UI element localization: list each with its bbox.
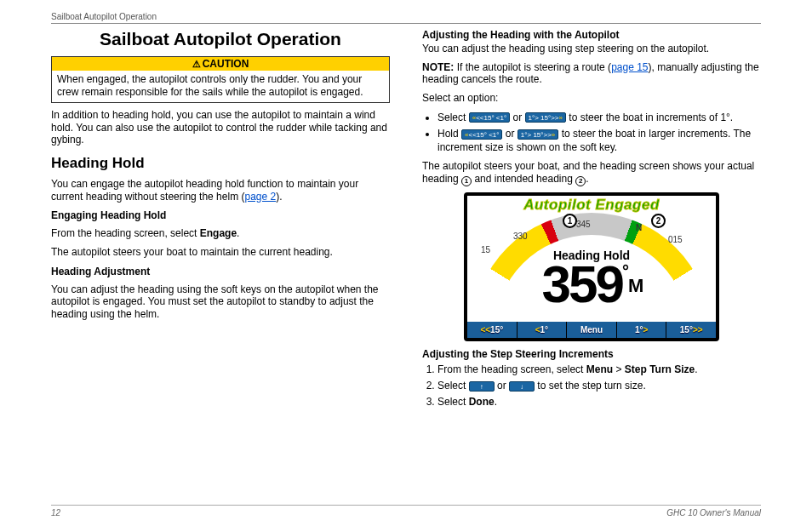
- step-2: Select ↑ or ↓ to set the step turn size.: [437, 379, 761, 393]
- option-list: Select <<15° <1° or 1°> 15°>> to steer t…: [437, 111, 761, 155]
- select-option-label: Select an option:: [422, 92, 761, 105]
- callout-2-icon: 2: [575, 176, 586, 186]
- softkey-menu[interactable]: Menu: [567, 322, 617, 338]
- softkey-left1[interactable]: <1°: [518, 322, 568, 338]
- heading-screen-figure: Autopilot Engaged 330 345 N 015 15 1 2 H…: [464, 192, 719, 341]
- softkey-right1[interactable]: 1°>: [617, 322, 667, 338]
- page-15-link[interactable]: page 15: [611, 61, 648, 73]
- engaging-step: From the heading screen, select Engage.: [51, 227, 390, 240]
- softkey-up-icon: ↑: [469, 381, 495, 392]
- callout-marker-1: 1: [563, 214, 577, 228]
- engage-label: Engage: [200, 227, 237, 239]
- adjusting-note: NOTE: If the autopilot is steering a rou…: [422, 61, 761, 86]
- page-footer: 12 GHC 10 Owner's Manual: [51, 505, 761, 517]
- softkey-left15[interactable]: <<<<15°15°: [467, 322, 518, 338]
- right-column: Adjusting the Heading with the Autopilot…: [422, 26, 761, 412]
- engaging-result: The autopilot steers your boat to mainta…: [51, 246, 390, 259]
- heading-hold-text: You can engage the autopilot heading hol…: [51, 178, 390, 203]
- adjusting-increments-heading: Adjusting the Step Steering Increments: [422, 348, 761, 360]
- left-column: Sailboat Autopilot Operation ⚠CAUTION Wh…: [51, 26, 390, 412]
- caution-header: ⚠CAUTION: [52, 57, 389, 71]
- adjusting-with-autopilot-heading: Adjusting the Heading with the Autopilot: [422, 29, 761, 41]
- manual-title: GHC 10 Owner's Manual: [666, 508, 761, 517]
- softkey-left-icon: <<15° <1°: [469, 112, 510, 123]
- running-head: Sailboat Autopilot Operation: [51, 12, 761, 24]
- callout-1-icon: 1: [461, 176, 472, 186]
- caution-box: ⚠CAUTION When engaged, the autopilot con…: [51, 56, 390, 103]
- heading-adjustment-heading: Heading Adjustment: [51, 266, 390, 277]
- two-column-layout: Sailboat Autopilot Operation ⚠CAUTION Wh…: [51, 26, 761, 412]
- option-select: Select <<15° <1° or 1°> 15°>> to steer t…: [437, 111, 761, 124]
- softkey-right-icon: 1°> 15°>>: [518, 129, 558, 140]
- step-1: From the heading screen, select Menu > S…: [437, 363, 761, 377]
- heading-hold-heading: Heading Hold: [51, 155, 390, 172]
- warning-triangle-icon: ⚠: [192, 59, 201, 69]
- page-title: Sailboat Autopilot Operation: [51, 29, 390, 49]
- option-hold: Hold <<15° <1° or 1°> 15°>> to steer the…: [437, 127, 761, 154]
- heading-adjustment-text: You can adjust the heading using the sof…: [51, 283, 390, 321]
- softkey-bar: <<<<15°15° <1° Menu 1°> 15°>>: [467, 322, 716, 338]
- note-label: NOTE:: [422, 61, 454, 73]
- caution-text: When engaged, the autopilot controls onl…: [57, 73, 363, 97]
- softkey-down-icon: ↓: [509, 381, 535, 392]
- caution-label: CAUTION: [203, 58, 249, 70]
- heading-reading: 359°M: [467, 254, 716, 314]
- autopilot-screen-tail: The autopilot steers your boat, and the …: [422, 160, 761, 186]
- manual-page: Sailboat Autopilot Operation Sailboat Au…: [0, 0, 812, 526]
- softkey-right15[interactable]: 15°>>: [666, 322, 716, 338]
- callout-marker-2: 2: [651, 214, 666, 228]
- page-2-link[interactable]: page 2: [244, 191, 276, 203]
- step-3: Select Done.: [437, 395, 761, 409]
- gauge-engaged-title: Autopilot Engaged: [467, 196, 716, 214]
- softkey-right-icon: 1°> 15°>>: [525, 112, 566, 123]
- engaging-heading-hold-heading: Engaging Heading Hold: [51, 209, 390, 221]
- intro-paragraph: In addition to heading hold, you can use…: [51, 109, 390, 146]
- adjusting-intro: You can adjust the heading using step st…: [422, 43, 761, 55]
- degree-icon: °: [622, 261, 626, 280]
- page-number: 12: [51, 508, 60, 517]
- increment-steps: From the heading screen, select Menu > S…: [437, 363, 761, 410]
- softkey-left-icon: <<15° <1°: [461, 129, 502, 140]
